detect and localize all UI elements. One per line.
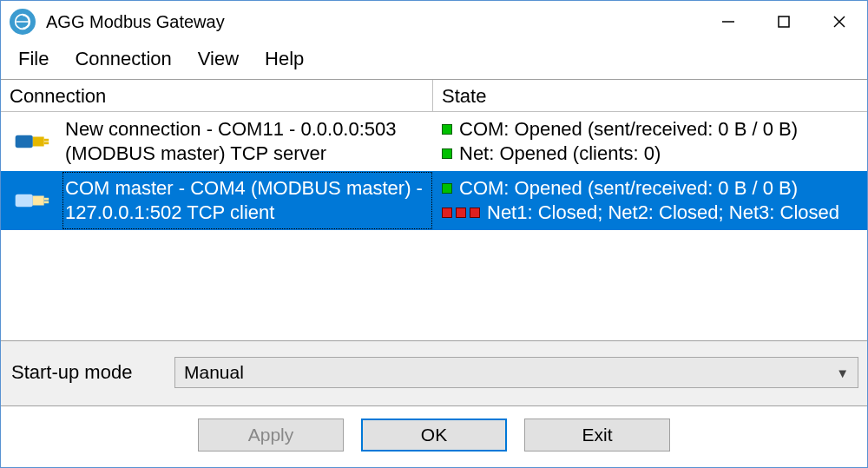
exit-button[interactable]: Exit (524, 419, 670, 452)
status-line: COM: Opened (sent/received: 0 B / 0 B) (442, 117, 864, 142)
menu-help[interactable]: Help (265, 48, 304, 70)
svg-rect-5 (16, 135, 33, 148)
menu-file[interactable]: File (18, 48, 49, 70)
connection-cell: New connection - COM11 - 0.0.0.0:503(MOD… (62, 112, 433, 171)
startup-panel: Start-up mode Manual ▼ (1, 340, 867, 405)
state-cell: COM: Opened (sent/received: 0 B / 0 B)Ne… (433, 171, 867, 230)
status-indicator-set (442, 208, 480, 218)
plug-icon (1, 112, 62, 171)
svg-rect-2 (779, 16, 789, 27)
status-text: COM: Opened (sent/received: 0 B / 0 B) (459, 117, 798, 142)
status-indicator-icon (442, 208, 452, 218)
status-indicator-set (442, 124, 452, 135)
status-line: Net: Opened (clients: 0) (442, 142, 864, 166)
ok-button[interactable]: OK (361, 419, 507, 452)
status-indicator-icon (456, 208, 466, 218)
maximize-button[interactable] (756, 1, 812, 43)
window-title: AGG Modbus Gateway (46, 12, 700, 32)
status-text: Net1: Closed; Net2: Closed; Net3: Closed (487, 201, 839, 225)
connection-line-2: 127.0.0.1:502 TCP client (65, 201, 430, 225)
status-indicator-icon (442, 183, 452, 194)
status-line: Net1: Closed; Net2: Closed; Net3: Closed (442, 201, 864, 225)
column-headers: Connection State (1, 80, 867, 112)
status-text: Net: Opened (clients: 0) (459, 142, 661, 166)
status-text: COM: Opened (sent/received: 0 B / 0 B) (459, 176, 798, 201)
connection-list[interactable]: New connection - COM11 - 0.0.0.0:503(MOD… (1, 112, 867, 340)
status-indicator-icon (470, 208, 480, 218)
connection-line-1: COM master - COM4 (MODBUS master) - (65, 176, 430, 201)
menu-view[interactable]: View (198, 48, 239, 70)
chevron-down-icon: ▼ (836, 366, 849, 380)
menu-bar: File Connection View Help (1, 43, 867, 80)
menu-connection[interactable]: Connection (75, 48, 171, 70)
app-icon (10, 9, 36, 35)
connection-line-1: New connection - COM11 - 0.0.0.0:503 (65, 117, 430, 142)
title-bar: AGG Modbus Gateway (1, 1, 867, 43)
startup-mode-label: Start-up mode (10, 361, 174, 384)
column-header-state[interactable]: State (433, 80, 867, 111)
svg-rect-6 (33, 137, 44, 147)
minimize-button[interactable] (700, 1, 756, 43)
dialog-buttons: Apply OK Exit (1, 405, 867, 467)
close-button[interactable] (812, 1, 867, 43)
app-window: AGG Modbus Gateway File Connection View … (0, 0, 868, 468)
connection-row[interactable]: COM master - COM4 (MODBUS master) -127.0… (1, 171, 867, 230)
startup-mode-value: Manual (184, 362, 244, 383)
status-indicator-icon (442, 124, 452, 135)
connection-line-2: (MODBUS master) TCP server (65, 142, 430, 166)
column-header-connection[interactable]: Connection (1, 80, 433, 111)
connection-row[interactable]: New connection - COM11 - 0.0.0.0:503(MOD… (1, 112, 867, 171)
svg-rect-9 (16, 194, 33, 208)
state-cell: COM: Opened (sent/received: 0 B / 0 B)Ne… (433, 112, 867, 171)
apply-button[interactable]: Apply (198, 419, 344, 452)
svg-rect-10 (33, 196, 44, 206)
startup-mode-select[interactable]: Manual ▼ (174, 357, 858, 388)
status-line: COM: Opened (sent/received: 0 B / 0 B) (442, 176, 864, 201)
status-indicator-set (442, 183, 452, 194)
connection-cell: COM master - COM4 (MODBUS master) -127.0… (62, 171, 433, 230)
status-indicator-icon (442, 148, 452, 159)
plug-icon (1, 171, 62, 230)
status-indicator-set (442, 148, 452, 159)
